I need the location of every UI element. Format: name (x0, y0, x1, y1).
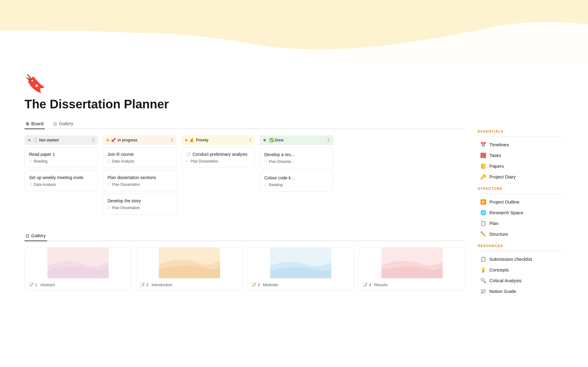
research-space-label: Research Space (489, 210, 523, 215)
sidebar: ESSENTIALS 📅 Timelines 🧱 Tasks 📒 Papers … (478, 118, 564, 297)
sidebar-item-submission-checklist[interactable]: 📋 Submission checklist (478, 254, 564, 264)
card-develop-story-tag: Plan Dissertation (107, 206, 172, 210)
gallery-card-abstract-body: 📝 1 Abstract (25, 279, 131, 290)
gallery-card-abstract-title: 📝 1 Abstract (28, 283, 128, 287)
timelines-label: Timelines (489, 142, 509, 147)
done-count: 2 (327, 138, 330, 142)
structure-icon: ✏️ (480, 231, 486, 237)
tag-circle-7 (264, 160, 267, 163)
sidebar-item-concepts[interactable]: 💡 Concepts (478, 265, 564, 275)
gallery-card-intro[interactable]: 📝 2 Introduction (136, 247, 243, 290)
gallery-card-icon-3: 📝 (251, 283, 256, 287)
tag-circle (29, 160, 32, 163)
critical-analysis-label: Critical Analysis (489, 278, 522, 283)
sidebar-item-critical-analysis[interactable]: 🔍 Critical Analysis (478, 275, 564, 286)
timelines-icon: 📅 (480, 142, 486, 148)
card-colour-code-title: Colour code k… (264, 175, 329, 180)
gallery-icon: ⊡ (26, 233, 29, 238)
sidebar-item-plan[interactable]: 📋 Plan (478, 218, 564, 228)
priority-dot (185, 139, 187, 141)
card-read-paper-title: Read paper 1 (29, 152, 93, 157)
sidebar-item-papers[interactable]: 📒 Papers (478, 161, 564, 171)
content-area: ⊞ Board ⊡ Gallery 🗒️ Not started 2 Read … (24, 118, 466, 297)
notion-guide-label: Notion Guide (489, 289, 516, 294)
tag-circle-4 (107, 183, 111, 186)
in-progress-emoji: 🚀 (111, 138, 116, 142)
priority-emoji: 💰 (189, 138, 194, 142)
card-colour-code[interactable]: Colour code k… Reading (260, 171, 333, 192)
tab-gallery[interactable]: ⊡ Gallery (52, 118, 75, 129)
card-weekly-meeting-title: Set up weekly meeting invite (29, 175, 93, 180)
gallery-card-icon-4: 📝 (363, 283, 368, 287)
main-layout: ⊞ Board ⊡ Gallery 🗒️ Not started 2 Read … (0, 118, 588, 297)
submission-checklist-icon: 📋 (480, 256, 486, 262)
gallery-card-results[interactable]: 📝 4 Results (359, 247, 466, 290)
tag-circle-3 (107, 160, 111, 163)
done-badge: ✅ Done (268, 138, 285, 143)
resources-divider (478, 251, 564, 251)
structure-label: Structure (489, 231, 508, 237)
gallery-card-abstract[interactable]: 📝 1 Abstract (24, 247, 132, 290)
sidebar-item-research-space[interactable]: 🌐 Research Space (478, 208, 564, 218)
sidebar-item-timelines[interactable]: 📅 Timelines (478, 140, 564, 150)
submission-checklist-label: Submission checklist (489, 257, 532, 262)
gallery-grid: 📝 1 Abstract (24, 247, 466, 290)
sidebar-item-tasks[interactable]: 🧱 Tasks (478, 150, 564, 160)
card-plan-sections[interactable]: Plan dissertation sections Plan Disserta… (103, 170, 176, 191)
tag-circle-2 (29, 183, 32, 186)
sidebar-item-structure[interactable]: ✏️ Structure (478, 229, 564, 239)
card-develop-res-title: Develop a res… (264, 152, 329, 157)
tag-circle-6 (186, 160, 189, 163)
tab-gallery-active[interactable]: ⊡ Gallery (24, 230, 47, 241)
gallery-section: ⊡ Gallery 📝 1 (24, 230, 466, 290)
sidebar-item-project-outline[interactable]: ▶️ Project Outline (478, 197, 564, 207)
sidebar-item-project-diary[interactable]: 🔑 Project Diary (478, 172, 564, 182)
project-diary-icon: 🔑 (480, 174, 486, 180)
plan-icon: 📋 (480, 220, 486, 226)
gallery-label: Gallery (31, 233, 46, 238)
column-priority: 💰 Priority 1 📄 Conduct preliminary analy… (181, 135, 255, 217)
sidebar-section-essentials: ESSENTIALS (478, 129, 564, 133)
card-weekly-meeting[interactable]: Set up weekly meeting invite Data Analys… (24, 170, 98, 191)
done-label: Done (275, 138, 284, 142)
not-started-dot (28, 139, 31, 141)
header-wave (0, 0, 588, 67)
gallery-card-abstract-bg (25, 248, 131, 278)
card-develop-res-tag: Plan Disserta… (264, 159, 329, 164)
card-join-r[interactable]: Join R course Data Analysis (103, 147, 176, 168)
in-progress-dot (107, 139, 109, 141)
board-tab-label: Board (31, 121, 43, 126)
papers-icon: 📒 (480, 163, 486, 169)
tag-circle-5 (107, 206, 111, 209)
page-icon: 🔖 (24, 73, 564, 94)
gallery-tabs: ⊡ Gallery (24, 230, 466, 241)
card-conduct-analysis-title: 📄 Conduct preliminary analysis (186, 152, 250, 157)
sidebar-section-resources: RESOURCES (478, 244, 564, 248)
project-outline-icon: ▶️ (480, 199, 486, 205)
concepts-label: Concepts (489, 267, 509, 272)
sidebar-item-notion-guide[interactable]: 📰 Notion Guide (478, 286, 564, 296)
column-header-not-started: 🗒️ Not started 2 (24, 135, 98, 145)
done-check: ✅ (269, 138, 274, 142)
project-diary-label: Project Diary (489, 174, 516, 179)
gallery-card-results-body: 📝 4 Results (359, 279, 466, 290)
gallery-card-methods[interactable]: 📝 3 Methods (247, 247, 354, 290)
research-space-icon: 🌐 (480, 210, 486, 215)
gallery-tab-label: Gallery (59, 121, 74, 126)
tasks-icon: 🧱 (480, 152, 486, 158)
tab-board[interactable]: ⊞ Board (24, 118, 45, 129)
card-develop-story-title: Develop the story (107, 198, 172, 203)
plan-label: Plan (489, 221, 499, 226)
essentials-divider (478, 136, 564, 137)
card-colour-code-tag: Reading (264, 183, 329, 187)
doc-icon: 📄 (186, 152, 191, 157)
card-conduct-analysis[interactable]: 📄 Conduct preliminary analysis Plan Diss… (181, 147, 255, 168)
column-done: ✅ Done 2 Develop a res… Plan Disserta… C… (260, 135, 333, 217)
gallery-card-methods-title: 📝 3 Methods (251, 283, 350, 287)
card-develop-story[interactable]: Develop the story Plan Dissertation (103, 194, 176, 215)
page-header: 🔖 The Dissertation Planner (0, 67, 588, 111)
card-read-paper[interactable]: Read paper 1 Reading (24, 147, 98, 168)
gallery-card-icon-2: 📝 (140, 283, 145, 287)
card-develop-res[interactable]: Develop a res… Plan Disserta… (260, 148, 333, 168)
not-started-label: Not started (39, 138, 59, 142)
